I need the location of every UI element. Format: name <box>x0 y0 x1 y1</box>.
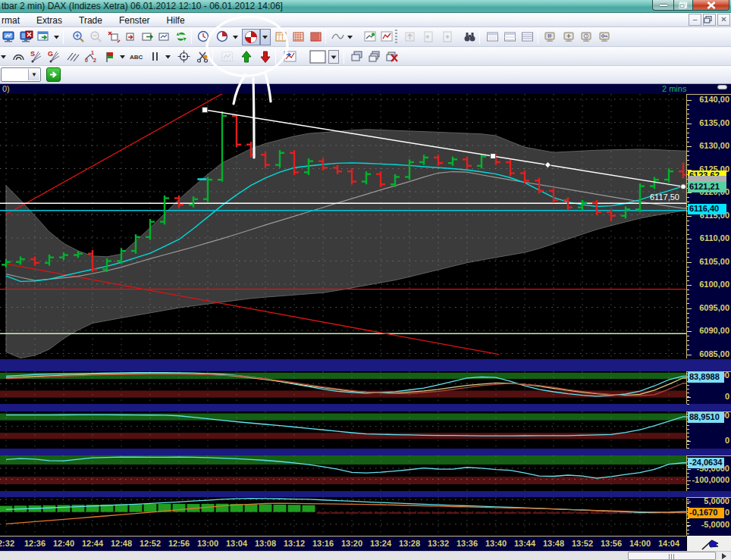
expand-range-button[interactable] <box>122 29 139 45</box>
shift-view-button[interactable] <box>140 29 156 45</box>
line-style-button[interactable] <box>330 29 347 45</box>
menu-item-extras[interactable]: Extras <box>28 14 71 28</box>
go-button[interactable] <box>46 67 61 82</box>
speed-fan-button[interactable]: S <box>28 48 45 65</box>
horizontal-scrollbar[interactable] <box>0 551 731 560</box>
williams-r-axis[interactable]: -50,0000-100,0000-24,0634 <box>686 455 731 491</box>
dd-icon-svg <box>54 35 60 39</box>
color-swatch-button[interactable] <box>308 48 328 65</box>
new-chart-button[interactable] <box>1 29 17 45</box>
forward-button[interactable] <box>440 29 456 45</box>
scrollbar-right-arrow[interactable] <box>717 552 730 560</box>
period-active-dropdown[interactable] <box>260 29 271 45</box>
chart-line-button[interactable] <box>379 29 396 45</box>
arc-tool-button[interactable] <box>11 48 27 65</box>
flag-tool-dropdown[interactable] <box>118 48 127 65</box>
bars-tool-button[interactable] <box>147 48 164 65</box>
monitor-plus-button[interactable] <box>561 29 578 45</box>
price-axis[interactable]: 6140,006135,006130,006125,006120,006115,… <box>686 94 731 358</box>
color-dropdown[interactable] <box>328 48 340 65</box>
chart-point-button[interactable] <box>362 29 379 45</box>
price-axis-label: 6100,00 <box>699 280 729 289</box>
buy-arrow-button[interactable] <box>238 48 255 65</box>
scrollbar-thumb[interactable] <box>628 552 716 560</box>
axis-minor-tick <box>687 436 689 437</box>
stochastic-fast-axis[interactable]: 100,0000083,8988 <box>686 371 731 404</box>
gann-fan-button[interactable]: G <box>46 48 63 65</box>
bars-tool-dropdown[interactable] <box>164 48 172 65</box>
axis-minor-tick <box>687 137 689 138</box>
time-period-button[interactable] <box>196 29 212 45</box>
fibonacci-button[interactable]: 102 <box>83 48 99 65</box>
compress-range-button[interactable] <box>106 29 123 45</box>
vertical-scrollbar-thumb[interactable] <box>717 85 727 89</box>
mdi-restore-button[interactable] <box>703 14 716 26</box>
toolbar-separator <box>212 49 213 64</box>
analyze-button[interactable] <box>282 48 299 65</box>
sell-arrow-button[interactable] <box>257 48 274 65</box>
close-button[interactable] <box>693 0 729 11</box>
monitor-grid-button[interactable] <box>542 29 559 45</box>
layout-mid-button[interactable] <box>502 29 519 45</box>
close-all-button[interactable] <box>384 48 400 65</box>
flag-tool-button[interactable] <box>102 48 118 65</box>
main-price-plot[interactable] <box>0 94 686 358</box>
up-button[interactable] <box>402 29 419 45</box>
search-button[interactable] <box>462 29 478 45</box>
mdi-close-button[interactable]: ✕ <box>717 14 730 26</box>
layout-top-button[interactable] <box>485 29 501 45</box>
back-button[interactable] <box>421 29 438 45</box>
price-axis-label: 6090,00 <box>699 326 729 335</box>
menu-item-hilfe[interactable]: Hilfe <box>158 14 193 28</box>
axis-minor-tick <box>687 477 689 477</box>
zoom-out-button[interactable] <box>88 29 105 45</box>
pattern-button[interactable] <box>219 48 236 65</box>
close-chart-button[interactable] <box>18 29 35 45</box>
stochastic-fast-plot[interactable] <box>0 371 686 404</box>
tile-button[interactable] <box>366 48 383 65</box>
williams-r-plot[interactable] <box>0 455 686 491</box>
period-pie-button[interactable] <box>215 29 231 45</box>
layout-list-button[interactable] <box>519 29 536 45</box>
range-in-icon-svg <box>108 30 121 44</box>
axis-minor-tick <box>687 345 689 346</box>
full-view-button[interactable] <box>156 29 173 45</box>
cut-button[interactable] <box>195 48 212 65</box>
window-export-button[interactable] <box>36 29 52 45</box>
symbol-combobox[interactable]: ▼ <box>1 67 41 82</box>
parallel-lines-button[interactable] <box>64 48 81 65</box>
period-pie-dropdown[interactable] <box>231 29 240 45</box>
menu-item-fenster[interactable]: Fenster <box>111 14 158 28</box>
macd-axis[interactable]: 5,00000-5,0000-0,1670 <box>686 497 731 536</box>
period-active-button[interactable] <box>242 29 260 45</box>
stochastic-slow-axis[interactable]: 100,0000088,9510 <box>686 411 731 449</box>
zoom-in-button[interactable] <box>71 29 87 45</box>
cascade-x-icon-svg <box>385 50 399 64</box>
mdi-minimize-button[interactable]: – <box>689 14 701 26</box>
maximize-button[interactable] <box>674 0 693 11</box>
symbol-combobox-dropdown[interactable]: ▼ <box>28 69 39 80</box>
line-style-dropdown[interactable] <box>346 29 354 45</box>
grid-light-button[interactable] <box>273 29 290 45</box>
crosshair-button[interactable] <box>176 48 193 65</box>
toolbar-separator <box>479 30 480 44</box>
refresh-button[interactable] <box>174 29 190 45</box>
grid-medium-button[interactable] <box>290 29 307 45</box>
bars-icon-svg <box>149 50 162 64</box>
monitor-key-button[interactable] <box>597 29 613 45</box>
doc-fwd-icon-svg <box>441 30 455 44</box>
price-axis-label: 6135,00 <box>699 118 729 127</box>
menu-item-format[interactable]: rmat <box>0 14 28 28</box>
cascade-button[interactable] <box>349 48 366 65</box>
macd-plot[interactable] <box>0 497 686 536</box>
window-export-dropdown[interactable] <box>52 29 61 45</box>
monitor-clock-button[interactable] <box>579 29 595 45</box>
text-tool-button[interactable]: ABC <box>128 48 145 65</box>
grid-dense-button[interactable] <box>308 29 325 45</box>
minimize-button[interactable] <box>652 0 674 11</box>
stochastic-slow-plot[interactable] <box>0 411 686 449</box>
draw-dropdown[interactable] <box>0 48 8 65</box>
menu-item-trade[interactable]: Trade <box>71 14 111 28</box>
panel-axis-label: 5,0000 <box>704 496 729 505</box>
time-axis[interactable]: 2:3212:3612:4012:4412:4812:5212:5613:001… <box>0 536 686 551</box>
